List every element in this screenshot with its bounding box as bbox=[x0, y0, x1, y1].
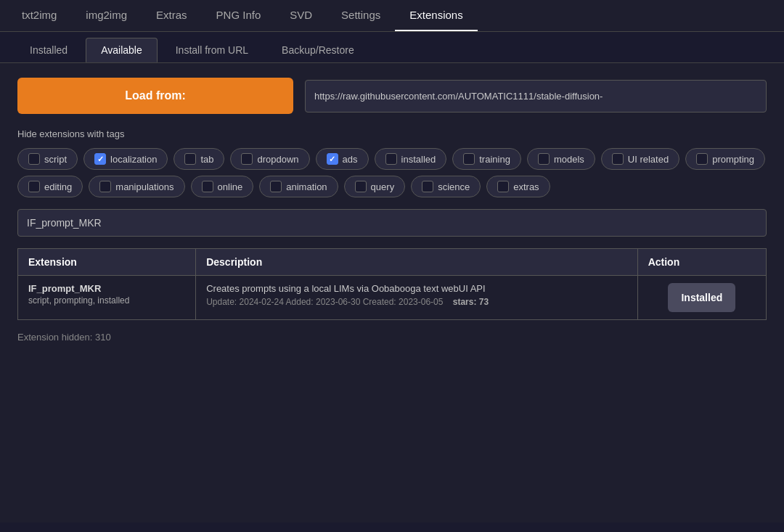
top-nav-tab-png-info[interactable]: PNG Info bbox=[202, 0, 276, 31]
tag-label-dropdown: dropdown bbox=[257, 154, 298, 165]
ext-name-cell: IF_prompt_MKRscript, prompting, installe… bbox=[18, 276, 196, 320]
tag-label-installed: installed bbox=[401, 154, 436, 165]
tag-training[interactable]: training bbox=[452, 148, 521, 170]
tag-label-ui-related: UI related bbox=[628, 154, 669, 165]
footer-text: Extension hidden: 310 bbox=[17, 332, 767, 343]
tag-tab[interactable]: tab bbox=[173, 148, 224, 170]
tag-extras[interactable]: extras bbox=[486, 176, 550, 197]
tag-models[interactable]: models bbox=[527, 148, 595, 170]
tag-checkbox-prompting bbox=[696, 153, 708, 165]
tag-online[interactable]: online bbox=[191, 176, 254, 197]
tag-checkbox-ui-related bbox=[612, 153, 624, 165]
tag-animation[interactable]: animation bbox=[259, 176, 338, 197]
tag-checkbox-animation bbox=[270, 181, 282, 192]
tag-installed[interactable]: installed bbox=[375, 148, 447, 170]
col-description: Description bbox=[196, 249, 638, 276]
top-nav-tab-img2img[interactable]: img2img bbox=[71, 0, 142, 31]
extensions-table: Extension Description Action IF_prompt_M… bbox=[17, 248, 767, 320]
tag-ads[interactable]: ads bbox=[316, 148, 369, 170]
search-input[interactable] bbox=[17, 209, 767, 237]
tag-checkbox-script bbox=[28, 153, 40, 165]
top-nav-tab-svd[interactable]: SVD bbox=[275, 0, 327, 31]
load-from-button[interactable]: Load from: bbox=[17, 78, 293, 114]
tag-checkbox-query bbox=[355, 181, 367, 192]
hide-tags-label: Hide extensions with tags bbox=[17, 128, 767, 139]
tag-label-localization: localization bbox=[110, 154, 157, 165]
sub-nav: InstalledAvailableInstall from URLBackup… bbox=[0, 32, 784, 63]
tag-script[interactable]: script bbox=[17, 148, 78, 170]
sub-tab-available[interactable]: Available bbox=[86, 38, 158, 62]
installed-button[interactable]: Installed bbox=[668, 283, 735, 312]
tag-checkbox-dropdown bbox=[241, 153, 253, 165]
top-nav-tab-extensions[interactable]: Extensions bbox=[395, 0, 477, 31]
tag-label-training: training bbox=[479, 154, 510, 165]
load-from-row: Load from: bbox=[17, 78, 767, 114]
tag-localization[interactable]: localization bbox=[83, 148, 168, 170]
col-extension: Extension bbox=[18, 249, 196, 276]
tag-checkbox-online bbox=[202, 181, 213, 192]
tag-label-animation: animation bbox=[286, 181, 327, 192]
tag-checkbox-editing bbox=[28, 181, 40, 192]
tag-ui-related[interactable]: UI related bbox=[601, 148, 679, 170]
ext-action-cell: Installed bbox=[637, 276, 766, 320]
tag-label-script: script bbox=[44, 154, 67, 165]
ext-name: IF_prompt_MKR bbox=[28, 283, 185, 294]
tag-label-tab: tab bbox=[200, 154, 213, 165]
ext-desc-cell: Creates prompts using a local LIMs via O… bbox=[196, 276, 638, 320]
search-row bbox=[17, 209, 767, 237]
main-content: Load from: Hide extensions with tags scr… bbox=[0, 63, 784, 523]
tag-checkbox-installed bbox=[385, 153, 397, 165]
tags-container: scriptlocalizationtabdropdownadsinstalle… bbox=[17, 148, 767, 197]
tag-query[interactable]: query bbox=[344, 176, 406, 197]
ext-desc: Creates prompts using a local LIMs via O… bbox=[206, 283, 627, 294]
tag-label-models: models bbox=[554, 154, 584, 165]
sub-tab-backup/restore[interactable]: Backup/Restore bbox=[266, 38, 369, 62]
sub-tab-install-from-url[interactable]: Install from URL bbox=[160, 38, 264, 62]
tag-label-ads: ads bbox=[343, 154, 358, 165]
tag-dropdown[interactable]: dropdown bbox=[230, 148, 309, 170]
col-action: Action bbox=[637, 249, 766, 276]
tag-checkbox-science bbox=[422, 181, 433, 192]
ext-tags: script, prompting, installed bbox=[28, 295, 185, 306]
tag-label-manipulations: manipulations bbox=[115, 181, 173, 192]
ext-meta: Update: 2024-02-24 Added: 2023-06-30 Cre… bbox=[206, 297, 627, 307]
top-nav-tab-extras[interactable]: Extras bbox=[142, 0, 202, 31]
tag-label-online: online bbox=[218, 181, 243, 192]
top-nav: txt2imgimg2imgExtrasPNG InfoSVDSettingsE… bbox=[0, 0, 784, 32]
tag-checkbox-ads bbox=[327, 153, 338, 165]
top-nav-tab-settings[interactable]: Settings bbox=[327, 0, 395, 31]
tag-checkbox-training bbox=[463, 153, 475, 165]
tag-label-prompting: prompting bbox=[712, 154, 754, 165]
tag-checkbox-manipulations bbox=[99, 181, 111, 192]
tag-checkbox-localization bbox=[94, 153, 106, 165]
tag-checkbox-tab bbox=[184, 153, 196, 165]
tag-checkbox-models bbox=[538, 153, 550, 165]
tag-label-extras: extras bbox=[513, 181, 539, 192]
tag-editing[interactable]: editing bbox=[17, 176, 83, 197]
url-input[interactable] bbox=[305, 80, 767, 112]
tag-label-science: science bbox=[438, 181, 470, 192]
tag-checkbox-extras bbox=[497, 181, 509, 192]
table-row: IF_prompt_MKRscript, prompting, installe… bbox=[18, 276, 767, 320]
tag-label-query: query bbox=[371, 181, 395, 192]
top-nav-tab-txt2img[interactable]: txt2img bbox=[7, 0, 71, 31]
tag-prompting[interactable]: prompting bbox=[685, 148, 765, 170]
ext-stars: stars: 73 bbox=[453, 297, 489, 307]
sub-tab-installed[interactable]: Installed bbox=[15, 38, 83, 62]
tag-science[interactable]: science bbox=[411, 176, 481, 197]
tag-label-editing: editing bbox=[44, 181, 72, 192]
tag-manipulations[interactable]: manipulations bbox=[89, 176, 184, 197]
